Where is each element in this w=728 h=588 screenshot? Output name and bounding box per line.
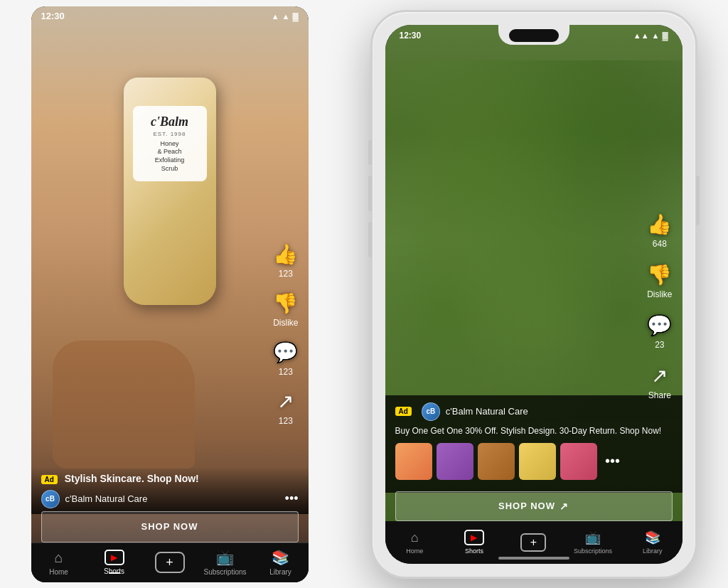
library-icon-right: 📚 [645,530,660,545]
product-thumb-1[interactable] [395,443,432,480]
share-button-right[interactable]: ↗ Share [648,364,671,400]
right-phone-container: 12:30 ▲▲ ▲ ▓ 👍 648 👎 Dislike 💬 [370,10,697,579]
library-label-left: Library [269,568,291,576]
like-count-right: 648 [653,239,667,249]
shorts-label-left: Shorts [104,567,124,575]
volume-silent-btn [368,140,372,165]
comment-count: 123 [279,367,293,377]
shorts-icon-right: ▶ [464,530,484,545]
wifi-icon-right: ▲ [652,31,660,40]
home-label-right: Home [406,547,423,555]
product-thumbnails: ••• [395,443,673,480]
share-icon-right: ↗ [651,364,668,387]
home-icon-right: ⌂ [411,530,419,545]
comment-icon: 💬 [273,341,298,364]
wifi-icon: ▲ [282,12,290,21]
ad-body-text-right: Buy One Get One 30% Off. Stylish Design.… [395,425,673,437]
channel-avatar-right: cB [422,402,440,421]
nav-shorts-right[interactable]: ▶ Shorts [444,530,504,555]
battery-icon: ▓ [292,12,298,21]
shorts-label-right: Shorts [465,547,483,555]
action-buttons-left: 👍 123 👎 Dislike 💬 123 ↗ 123 [273,242,298,426]
nav-subscriptions-right[interactable]: 📺 Subscriptions [563,530,623,555]
home-icon-left: ⌂ [54,550,63,566]
comment-count-right: 23 [655,340,664,350]
nav-library-left[interactable]: 📚 Library [253,549,309,576]
ad-header-row-right: Ad cB c'Balm Natural Care [395,402,673,421]
channel-avatar-left: cB [41,490,60,508]
phone-frame: 12:30 ▲▲ ▲ ▓ 👍 648 👎 Dislike 💬 [370,10,697,579]
shop-now-button-left[interactable]: SHOP NOW [41,511,299,542]
tree-overlay [385,60,682,422]
home-indicator [498,557,569,560]
nav-add-right[interactable]: + [504,533,564,552]
dislike-button[interactable]: 👎 Dislike [273,292,298,328]
library-icon-left: 📚 [272,549,289,566]
dislike-label: Dislike [273,318,298,328]
product-thumb-4[interactable] [519,443,556,480]
product-thumb-5[interactable] [560,443,597,480]
like-icon: 👍 [273,242,298,266]
add-icon-left: + [155,552,185,573]
subscriptions-icon-left: 📺 [216,549,234,566]
volume-up-btn [368,176,372,211]
hand-overlay [53,341,195,469]
more-thumbs-icon[interactable]: ••• [601,443,624,480]
subscriptions-label-right: Subscriptions [574,547,612,555]
power-btn [696,176,700,225]
like-icon-right: 👍 [647,213,672,236]
comment-button-right[interactable]: 💬 23 [647,314,672,350]
bottle-subtitle: EST. 1998 [140,131,200,137]
bottle-shape: c'Balm EST. 1998 Honey & Peach Exfoliati… [124,77,216,305]
shop-now-button-right[interactable]: SHOP NOW ↗ [395,491,673,521]
ad-badge-left: Ad [41,475,58,484]
status-bar-left: 12:30 ▲ ▲ ▓ [31,6,309,26]
nav-add-left[interactable]: + [142,552,198,573]
subscriptions-icon-right: 📺 [585,530,601,545]
dislike-icon-right: 👎 [647,263,672,287]
bottle-desc: Honey & Peach Exfoliating Scrub [140,140,200,173]
bottle-label: c'Balm EST. 1998 Honey & Peach Exfoliati… [133,106,207,182]
nav-subscriptions-left[interactable]: 📺 Subscriptions [198,549,253,576]
bottom-nav-left: ⌂ Home ▶ Shorts + 📺 Subscriptions 📚 Libr… [31,542,309,582]
channel-row-left: cB c'Balm Natural Care ••• [41,490,299,508]
product-thumb-2[interactable] [437,443,473,480]
share-button[interactable]: ↗ 123 [277,390,294,426]
nav-home-left[interactable]: ⌂ Home [31,550,87,576]
share-label-right: Share [648,390,671,400]
ad-badge-right: Ad [395,407,412,416]
share-count: 123 [279,416,293,426]
channel-name-left: c'Balm Natural Care [65,493,279,504]
nav-shorts-left[interactable]: ▶ Shorts [87,550,142,575]
dislike-label-right: Dislike [647,289,672,299]
share-icon: ↗ [277,390,294,413]
more-options-icon-left[interactable]: ••• [285,491,299,506]
like-button[interactable]: 👍 123 [273,242,298,279]
bottle-brand: c'Balm [140,114,200,129]
signal-icon-right: ▲▲ [633,31,649,40]
right-phone-screen: 12:30 ▲▲ ▲ ▓ 👍 648 👎 Dislike 💬 [385,25,682,564]
active-indicator-left [109,572,120,574]
home-label-left: Home [49,568,68,576]
signal-icon: ▲ [272,12,279,21]
product-bottle: c'Balm EST. 1998 Honey & Peach Exfoliati… [124,77,216,305]
product-thumb-3[interactable] [478,443,515,480]
like-button-right[interactable]: 👍 648 [647,213,672,249]
shorts-icon-left: ▶ [105,550,124,565]
ad-title-left: Ad Stylish Skincare. Shop Now! [41,473,299,484]
action-buttons-right: 👍 648 👎 Dislike 💬 23 ↗ Share [647,213,672,400]
status-icons-left: ▲ ▲ ▓ [272,12,299,21]
dislike-button-right[interactable]: 👎 Dislike [647,263,672,299]
library-label-right: Library [643,547,663,555]
comment-button[interactable]: 💬 123 [273,341,298,377]
channel-name-right: c'Balm Natural Care [446,406,673,417]
status-icons-right: ▲▲ ▲ ▓ [633,31,668,40]
notch [498,25,569,45]
nav-library-right[interactable]: 📚 Library [623,530,682,555]
ad-info-left: Ad Stylish Skincare. Shop Now! cB c'Balm… [31,467,309,514]
comment-icon-right: 💬 [647,314,672,337]
subscriptions-label-left: Subscriptions [203,568,246,576]
nav-home-right[interactable]: ⌂ Home [385,530,445,555]
battery-icon-right: ▓ [662,31,668,40]
ad-panel-right: Ad cB c'Balm Natural Care Buy One Get On… [385,395,682,493]
